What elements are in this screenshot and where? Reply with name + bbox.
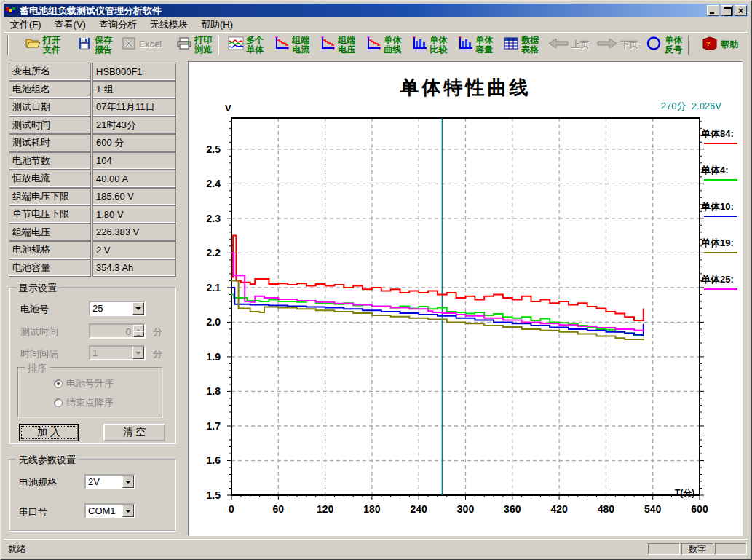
menu-item-3[interactable]: 无线模块: [143, 17, 194, 33]
radio-icon: [54, 398, 63, 407]
battery-no-label: 电池号: [20, 303, 49, 316]
menu-item-1[interactable]: 查看(V): [48, 17, 92, 33]
info-row-9: 组端电压226.383 V: [9, 224, 176, 242]
maximize-button[interactable]: [721, 5, 733, 16]
info-value: 185.60 V: [92, 188, 176, 206]
test-time-label: 测试时间: [20, 326, 58, 339]
sort-asc-label: 电池号升序: [66, 377, 114, 390]
info-label: 组端电压下限: [9, 188, 91, 206]
menu-item-0[interactable]: 文件(F): [4, 17, 48, 33]
battery-no-combo[interactable]: 25: [89, 301, 146, 316]
y-tick-label: 2.2: [194, 247, 221, 259]
status-pane-1: [648, 543, 680, 555]
y-tick-label: 1.8: [194, 385, 221, 397]
circle-icon: [645, 36, 662, 53]
info-row-10: 电池规格2 V: [9, 241, 176, 259]
com-port-combo[interactable]: COM1: [84, 503, 135, 518]
info-row-5: 电池节数104: [9, 152, 176, 170]
data-table-button[interactable]: 数据表格: [501, 34, 541, 56]
add-button[interactable]: 加 入: [19, 424, 79, 441]
test-time-spinner[interactable]: 0: [89, 323, 146, 339]
group-current-button[interactable]: 组端电流: [272, 34, 312, 56]
x-tick-label: 300: [451, 503, 480, 515]
y-tick-label: 1.9: [194, 351, 221, 363]
cell-invert-button[interactable]: 单体反号: [643, 34, 684, 56]
data-table-label: 数据表格: [521, 36, 539, 55]
clear-button[interactable]: 清 空: [103, 424, 165, 441]
info-label: 电池节数: [9, 152, 91, 170]
help-label: 帮助: [721, 40, 738, 50]
info-value: 07年11月11日: [92, 98, 176, 117]
x-tick-label: 540: [638, 503, 668, 515]
battery-spec-combo[interactable]: 2V: [84, 474, 135, 489]
chevron-down-icon[interactable]: [132, 302, 144, 315]
legend-label-1: 单体4:: [701, 164, 743, 177]
com-port-value: COM1: [86, 505, 122, 517]
multi-cell-button[interactable]: 多个单体: [226, 34, 266, 56]
test-time-value: 0: [90, 325, 133, 337]
cell-compare-button[interactable]: 单体比较: [409, 34, 449, 56]
menu-bar: 文件(F)查看(V)查询分析无线模块帮助(H): [4, 17, 748, 32]
chart-line-icon: [274, 36, 290, 53]
title-bar[interactable]: 蓄电池组负载测试仪管理分析软件: [4, 4, 748, 17]
arrow-left-icon: [547, 36, 569, 53]
info-label: 测试日期: [9, 98, 91, 117]
info-label: 电池容量: [9, 259, 91, 277]
menu-item-2[interactable]: 查询分析: [92, 17, 143, 33]
print-preview-button[interactable]: 打印浏览: [174, 34, 214, 56]
group-voltage-button[interactable]: 组端电压: [317, 34, 357, 56]
open-folder-icon: [25, 36, 41, 53]
excel-icon: [121, 36, 137, 53]
info-label: 测试耗时: [9, 134, 91, 152]
status-text: 就绪: [4, 543, 648, 556]
info-label: 电池规格: [9, 241, 91, 259]
info-row-2: 测试日期07年11月11日: [9, 98, 176, 117]
info-value: 226.383 V: [92, 224, 176, 242]
x-tick-label: 240: [404, 503, 433, 515]
display-settings-title: 显示设置: [16, 282, 60, 295]
print-preview-label: 打印浏览: [194, 36, 212, 55]
group-current-label: 组端电流: [292, 36, 309, 55]
cell-curve-button[interactable]: 单体曲线: [363, 34, 403, 56]
chevron-down-icon: [132, 347, 144, 359]
legend-color-line: [704, 288, 737, 290]
open-file-label: 打开文件: [43, 36, 60, 55]
prev-page-label: 上页: [571, 40, 589, 50]
menu-item-4[interactable]: 帮助(H): [194, 17, 240, 33]
plot-area[interactable]: [189, 62, 743, 537]
legend-label-3: 单体19:: [701, 237, 743, 250]
legend-color-line: [704, 252, 737, 253]
window-title: 蓄电池组负载测试仪管理分析软件: [20, 4, 162, 17]
info-label: 变电所名: [9, 63, 91, 81]
chart-panel: 单体特性曲线 270分 2.026V V T(分) 1.51.61.71.81.…: [188, 61, 743, 536]
info-value: 1 组: [92, 81, 176, 99]
y-tick-label: 2.4: [194, 178, 221, 189]
status-bar: 就绪 数字: [4, 542, 748, 556]
minimize-button[interactable]: [707, 5, 719, 16]
open-file-button[interactable]: 打开文件: [23, 34, 63, 56]
battery-info-table: 变电所名HSB000F1电池组名1 组测试日期07年11月11日测试时间21时4…: [9, 63, 176, 277]
help-button[interactable]: ?帮助: [699, 34, 740, 56]
spin-up-icon[interactable]: [133, 325, 144, 331]
x-tick-label: 120: [311, 503, 340, 515]
sort-desc-label: 结束点降序: [66, 396, 114, 409]
chevron-down-icon[interactable]: [122, 505, 134, 517]
toolbar-separator: [218, 36, 219, 55]
chevron-down-icon[interactable]: [122, 476, 134, 488]
wireless-settings-title: 无线参数设置: [16, 454, 79, 467]
cell-capacity-button[interactable]: 单体容量: [455, 34, 495, 56]
save-report-button[interactable]: 保存报告: [74, 34, 114, 56]
x-tick-label: 0: [217, 503, 246, 515]
table-icon: [503, 36, 519, 53]
add-button-label: 加 入: [37, 426, 60, 439]
spin-down-icon[interactable]: [133, 331, 144, 338]
next-page-button[interactable]: 下页: [594, 34, 640, 56]
info-label: 单节电压下限: [9, 205, 91, 224]
save-report-label: 保存报告: [95, 36, 112, 55]
prev-page-button[interactable]: 上页: [545, 34, 591, 56]
excel-button[interactable]: Excel: [119, 34, 164, 56]
close-button[interactable]: [735, 5, 747, 16]
com-port-label: 串口号: [19, 505, 47, 518]
info-label: 恒放电流: [9, 170, 91, 188]
cell-compare-label: 单体比较: [430, 36, 447, 55]
